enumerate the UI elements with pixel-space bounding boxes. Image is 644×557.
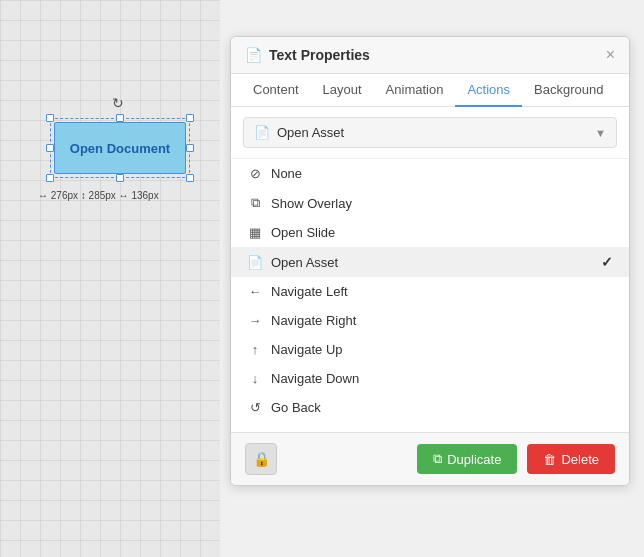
handle-top-right[interactable] <box>186 114 194 122</box>
none-label: None <box>271 166 302 181</box>
go-back-icon: ↺ <box>247 400 263 415</box>
menu-list: ⊘ None ⧉ Show Overlay ▦ Open Slide 📄 Ope… <box>231 158 629 422</box>
menu-item-none[interactable]: ⊘ None <box>231 159 629 188</box>
menu-item-open-asset[interactable]: 📄 Open Asset ✓ <box>231 247 629 277</box>
tab-layout[interactable]: Layout <box>311 74 374 107</box>
delete-icon: 🗑 <box>543 452 556 467</box>
action-dropdown[interactable]: 📄 Open Asset ▼ <box>243 117 617 148</box>
delete-button[interactable]: 🗑 Delete <box>527 444 615 474</box>
navigate-up-label: Navigate Up <box>271 342 343 357</box>
navigate-down-icon: ↓ <box>247 371 263 386</box>
size-label: ↔ 276px ↕ 285px ↔ 136px <box>38 190 159 201</box>
dropdown-arrow-icon: ▼ <box>595 127 606 139</box>
open-asset-icon: 📄 <box>247 255 263 270</box>
lock-icon: 🔒 <box>253 451 270 467</box>
footer-actions: ⧉ Duplicate 🗑 Delete <box>417 444 615 474</box>
handle-bottom-right[interactable] <box>186 174 194 182</box>
none-icon: ⊘ <box>247 166 263 181</box>
handle-bottom-mid[interactable] <box>116 174 124 182</box>
panel-title: Text Properties <box>269 47 370 63</box>
navigate-down-label: Navigate Down <box>271 371 359 386</box>
show-overlay-icon: ⧉ <box>247 195 263 211</box>
panel-title-icon: 📄 <box>245 47 262 63</box>
dropdown-icon: 📄 <box>254 125 270 140</box>
tab-actions[interactable]: Actions <box>455 74 522 107</box>
handle-top-mid[interactable] <box>116 114 124 122</box>
element-content: Open Document <box>54 122 186 174</box>
handle-mid-left[interactable] <box>46 144 54 152</box>
menu-item-show-overlay[interactable]: ⧉ Show Overlay <box>231 188 629 218</box>
duplicate-icon: ⧉ <box>433 451 442 467</box>
menu-item-navigate-left[interactable]: ← Navigate Left <box>231 277 629 306</box>
navigate-right-label: Navigate Right <box>271 313 356 328</box>
navigate-left-icon: ← <box>247 284 263 299</box>
canvas-area: ↻ Open Document ↔ 276px ↕ 285px ↔ 136px <box>0 0 220 557</box>
lock-button[interactable]: 🔒 <box>245 443 277 475</box>
menu-item-open-slide[interactable]: ▦ Open Slide <box>231 218 629 247</box>
tab-animation[interactable]: Animation <box>374 74 456 107</box>
panel-title-area: 📄 Text Properties <box>245 47 370 63</box>
element-label: Open Document <box>70 141 170 156</box>
delete-label: Delete <box>561 452 599 467</box>
navigate-right-icon: → <box>247 313 263 328</box>
rotate-handle[interactable]: ↻ <box>112 95 124 111</box>
tab-background[interactable]: Background <box>522 74 615 107</box>
menu-item-navigate-up[interactable]: ↑ Navigate Up <box>231 335 629 364</box>
handle-bottom-left[interactable] <box>46 174 54 182</box>
navigate-left-label: Navigate Left <box>271 284 348 299</box>
dropdown-wrapper: 📄 Open Asset ▼ <box>231 107 629 158</box>
tab-content[interactable]: Content <box>241 74 311 107</box>
go-back-label: Go Back <box>271 400 321 415</box>
menu-item-go-back[interactable]: ↺ Go Back <box>231 393 629 422</box>
menu-item-navigate-down[interactable]: ↓ Navigate Down <box>231 364 629 393</box>
dropdown-label: Open Asset <box>277 125 344 140</box>
handle-top-left[interactable] <box>46 114 54 122</box>
checkmark-icon: ✓ <box>601 254 613 270</box>
navigate-up-icon: ↑ <box>247 342 263 357</box>
open-slide-icon: ▦ <box>247 225 263 240</box>
handle-mid-right[interactable] <box>186 144 194 152</box>
tab-bar: Content Layout Animation Actions Backgro… <box>231 74 629 107</box>
menu-item-navigate-right[interactable]: → Navigate Right <box>231 306 629 335</box>
duplicate-button[interactable]: ⧉ Duplicate <box>417 444 517 474</box>
open-slide-label: Open Slide <box>271 225 335 240</box>
panel-footer: 🔒 ⧉ Duplicate 🗑 Delete <box>231 432 629 485</box>
open-asset-label: Open Asset <box>271 255 338 270</box>
panel-header: 📄 Text Properties × <box>231 37 629 74</box>
close-button[interactable]: × <box>606 47 615 63</box>
duplicate-label: Duplicate <box>447 452 501 467</box>
element-box[interactable]: Open Document <box>50 118 190 178</box>
show-overlay-label: Show Overlay <box>271 196 352 211</box>
properties-panel: 📄 Text Properties × Content Layout Anima… <box>230 36 630 486</box>
